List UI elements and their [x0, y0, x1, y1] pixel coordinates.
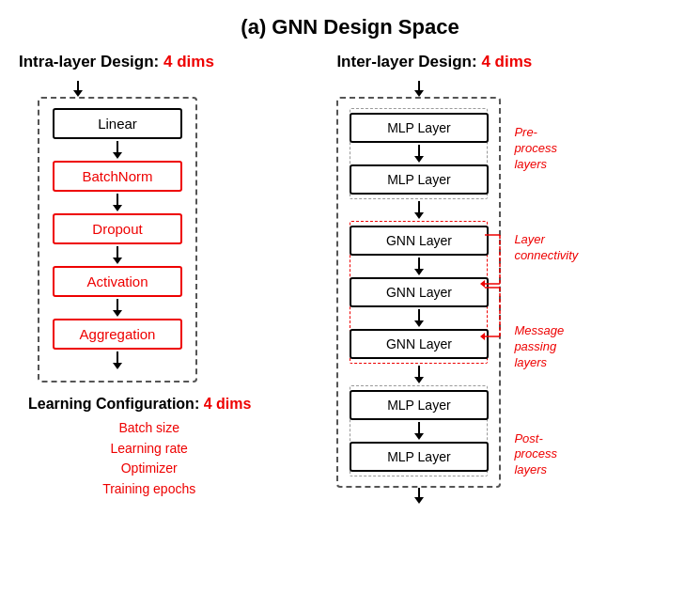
block-dropout: Dropout: [53, 213, 182, 244]
block-mlp-7: MLP Layer: [350, 442, 489, 472]
block-mlp-1: MLP Layer: [350, 113, 489, 143]
columns-row: Intra-layer Design: 4 dims Linear BatchN: [19, 53, 681, 504]
inter-labels: Pre- process layers Layer connectivity M…: [514, 100, 578, 504]
arrow-1: [113, 141, 122, 159]
inter-box-wrapper: MLP Layer MLP Layer: [336, 81, 501, 504]
gnn-section: GNN Layer: [350, 221, 488, 364]
layer-connectivity-label: Layer connectivity: [514, 232, 578, 264]
inter-layer-title: Inter-layer Design: 4 dims: [336, 53, 532, 71]
block-batchnorm: BatchNorm: [53, 161, 182, 192]
learning-item-2: Optimizer: [47, 459, 251, 479]
intra-layer-box: Linear BatchNorm Dropout: [38, 97, 197, 383]
arr-r4: [414, 309, 424, 327]
arrow-4: [113, 299, 122, 317]
arr-r6: [414, 422, 424, 440]
arrow-2: [113, 194, 122, 211]
block-linear: Linear: [53, 108, 182, 139]
arr-r5: [414, 366, 424, 383]
arrow-5: [113, 351, 122, 369]
left-column: Intra-layer Design: 4 dims Linear BatchN: [19, 53, 336, 504]
learning-item-0: Batch size: [47, 418, 251, 439]
learning-item-3: Training epochs: [47, 479, 251, 500]
learning-list: Batch size Learning rate Optimizer Train…: [47, 418, 251, 500]
main-container: (a) GNN Design Space Intra-layer Design:…: [0, 0, 700, 609]
arrow-3: [113, 246, 122, 264]
intra-title-plain: Intra-layer Design:: [19, 53, 163, 70]
post-process-label: Post- process layers: [514, 431, 578, 479]
back-arrow-1: [483, 235, 504, 284]
bottom-arrow-right: [336, 488, 501, 504]
back-arrow-2: [483, 288, 504, 336]
inter-dashed-box: MLP Layer MLP Layer: [336, 97, 501, 488]
block-gnn-1: GNN Layer: [350, 226, 489, 256]
arr-r2: [414, 201, 424, 219]
arr-r1: [414, 145, 424, 163]
arr-r3: [414, 258, 424, 275]
pre-process-section: MLP Layer MLP Layer: [350, 108, 488, 199]
pre-process-label: Pre- process layers: [514, 125, 578, 173]
block-mlp-6: MLP Layer: [350, 390, 489, 420]
inter-outer: MLP Layer MLP Layer: [336, 81, 578, 504]
block-aggregation: Aggregation: [53, 319, 182, 350]
right-column: Inter-layer Design: 4 dims: [336, 53, 681, 504]
post-process-section: MLP Layer MLP Layer: [350, 385, 488, 476]
intra-title-dims: 4 dims: [163, 53, 214, 70]
intra-layer-title: Intra-layer Design: 4 dims: [19, 53, 214, 71]
page-title: (a) GNN Design Space: [241, 15, 459, 39]
arrow-line: [77, 81, 79, 90]
learning-item-1: Learning rate: [47, 439, 251, 460]
learning-section: Learning Configuration: 4 dims Batch siz…: [28, 396, 251, 500]
message-passing-label: Message passing layers: [514, 323, 578, 371]
block-gnn-2: GNN Layer: [350, 277, 489, 307]
top-arrow-right: [336, 81, 501, 97]
block-activation: Activation: [53, 266, 182, 297]
arrow-head: [73, 90, 83, 97]
top-arrow: [73, 81, 83, 97]
block-mlp-2: MLP Layer: [350, 164, 489, 195]
learning-title: Learning Configuration: 4 dims: [28, 396, 251, 413]
block-gnn-3: GNN Layer: [350, 329, 489, 359]
